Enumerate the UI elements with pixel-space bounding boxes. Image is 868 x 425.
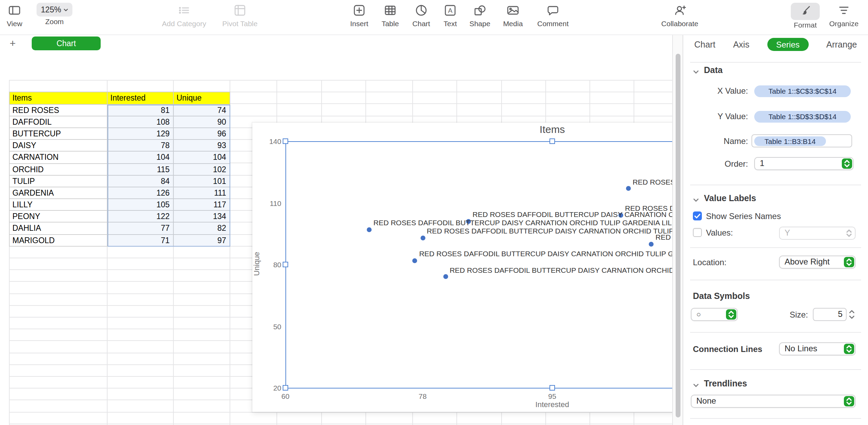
table-cell-value[interactable]: 101 <box>174 175 230 187</box>
table-cell-value[interactable]: 93 <box>174 140 230 152</box>
y-tick-label: 110 <box>254 199 281 207</box>
table-cell-value[interactable]: 111 <box>174 187 230 199</box>
table-header-unique[interactable]: Unique <box>174 93 230 104</box>
table-row: LILLY105117 <box>10 199 230 211</box>
data-point[interactable] <box>626 186 631 191</box>
collaborate-button[interactable]: Collaborate <box>651 3 709 28</box>
table-header-row: Items Interested Unique <box>10 93 230 104</box>
size-input[interactable]: 5 <box>813 308 847 321</box>
table-cell-item[interactable]: GARDENIA <box>10 187 108 199</box>
point-series-name-label: RED ROSES DAFFODIL BUTTERCUP DAISY CARNA… <box>473 210 672 219</box>
trendlines-dropdown[interactable]: None <box>691 395 856 408</box>
table-cell-item[interactable]: DAFFODIL <box>10 116 108 128</box>
comment-button[interactable]: Comment <box>524 3 582 28</box>
name-reference[interactable]: Table 1::B3:B14 <box>754 136 826 146</box>
data-point[interactable] <box>420 235 425 240</box>
sheet-tab-chart[interactable]: Chart <box>32 37 101 50</box>
chevron-down-icon <box>693 381 699 391</box>
stepper-icon <box>726 309 736 320</box>
symbol-dropdown[interactable]: ○ <box>691 308 738 321</box>
tab-chart[interactable]: Chart <box>694 40 715 49</box>
table-cell-value[interactable]: 96 <box>174 128 230 140</box>
divider <box>690 247 861 248</box>
data-point[interactable] <box>443 274 448 279</box>
trendlines-section-header[interactable]: Trendlines <box>704 379 747 388</box>
sheet-canvas[interactable]: Items Interested Unique RED ROSES8174DAF… <box>0 53 672 425</box>
vertical-scrollbar[interactable] <box>672 34 683 425</box>
point-series-name-label: RED ROSES DAFFODIL BUTTERCUP DAISY CARNA… <box>419 249 672 258</box>
x-value-reference[interactable]: Table 1::$C$3:$C$14 <box>754 85 851 97</box>
table-cell-value[interactable]: 81 <box>108 104 174 116</box>
data-point[interactable] <box>413 258 417 263</box>
table-header-items[interactable]: Items <box>10 93 108 104</box>
table-cell-value[interactable]: 90 <box>174 116 230 128</box>
data-point[interactable] <box>649 241 654 246</box>
location-dropdown[interactable]: Above Right <box>779 256 856 269</box>
table-cell-value[interactable]: 117 <box>174 199 230 211</box>
x-tick-label: 60 <box>272 392 299 400</box>
table-cell-value[interactable]: 105 <box>108 199 174 211</box>
table-cell-value[interactable]: 102 <box>174 164 230 175</box>
table-cell-value[interactable]: 71 <box>108 235 174 246</box>
table-cell-item[interactable]: BUTTERCUP <box>10 128 108 140</box>
table-cell-value[interactable]: 74 <box>174 104 230 116</box>
connection-lines-dropdown[interactable]: No Lines <box>779 342 856 355</box>
table-cell-value[interactable]: 115 <box>108 164 174 175</box>
zoom-dropdown[interactable]: 125% <box>37 3 72 17</box>
table-cell-value[interactable]: 104 <box>108 152 174 164</box>
table-cell-value[interactable]: 108 <box>108 116 174 128</box>
data-section-header[interactable]: Data <box>704 65 723 75</box>
organize-button[interactable]: Organize <box>815 3 868 28</box>
divider <box>690 185 861 185</box>
table-cell-item[interactable]: CARNATION <box>10 152 108 164</box>
size-stepper[interactable] <box>848 308 856 324</box>
value-labels-section-header[interactable]: Value Labels <box>704 194 756 203</box>
tab-series[interactable]: Series <box>767 38 808 51</box>
table-cell-item[interactable]: LILLY <box>10 199 108 211</box>
table-cell-value[interactable]: 82 <box>174 223 230 235</box>
table-cell-value[interactable]: 129 <box>108 128 174 140</box>
add-category-icon <box>155 3 213 19</box>
table-cell-value[interactable]: 104 <box>174 152 230 164</box>
tab-axis[interactable]: Axis <box>733 40 749 49</box>
content-region: + Chart Items Interested Unique RED ROSE… <box>0 34 868 425</box>
values-label: Values: <box>706 227 733 239</box>
table-cell-value[interactable]: 77 <box>108 223 174 235</box>
divider <box>690 418 861 419</box>
y-value-reference[interactable]: Table 1::$D$3:$D$14 <box>754 111 851 123</box>
table-cell-value[interactable]: 84 <box>108 175 174 187</box>
name-field[interactable]: Table 1::B3:B14 <box>751 134 852 147</box>
order-dropdown[interactable]: 1 <box>754 157 854 170</box>
size-label: Size: <box>766 309 808 321</box>
add-sheet-button[interactable]: + <box>10 37 16 49</box>
show-series-names-checkbox[interactable] <box>693 211 702 220</box>
table-cell-item[interactable]: DAISY <box>10 140 108 152</box>
stepper-icon <box>844 344 854 354</box>
table-cell-item[interactable]: DAHLIA <box>10 223 108 235</box>
values-checkbox[interactable] <box>693 228 702 237</box>
table-cell-value[interactable]: 97 <box>174 235 230 246</box>
scrollbar-thumb[interactable] <box>676 54 680 417</box>
grid-line <box>9 424 672 424</box>
data-point[interactable] <box>367 227 372 232</box>
table-cell-item[interactable]: MARIGOLD <box>10 235 108 246</box>
table-header-interested[interactable]: Interested <box>108 93 174 104</box>
table-row: TULIP84101 <box>10 175 230 187</box>
table-cell-value[interactable]: 78 <box>108 140 174 152</box>
table-cell-item[interactable]: RED ROSES <box>10 104 108 116</box>
zoom-control[interactable]: 125% Zoom <box>26 3 83 25</box>
table-cell-value[interactable]: 122 <box>108 211 174 223</box>
chart-object[interactable]: Items Unique Interested 6078951401108050… <box>252 123 672 412</box>
table-cell-item[interactable]: PEONY <box>10 211 108 223</box>
y-tick-label: 80 <box>254 260 281 269</box>
data-symbols-section-header: Data Symbols <box>693 291 750 301</box>
tab-arrange[interactable]: Arrange <box>826 40 857 49</box>
table-cell-value[interactable]: 134 <box>174 211 230 223</box>
table-cell-value[interactable]: 126 <box>108 187 174 199</box>
grid-line <box>9 80 672 81</box>
y-tick-label: 50 <box>254 322 281 330</box>
pivot-table-icon <box>211 3 269 19</box>
table-cell-item[interactable]: TULIP <box>10 175 108 187</box>
table-cell-item[interactable]: ORCHID <box>10 164 108 175</box>
values-dropdown: Y <box>779 227 856 240</box>
